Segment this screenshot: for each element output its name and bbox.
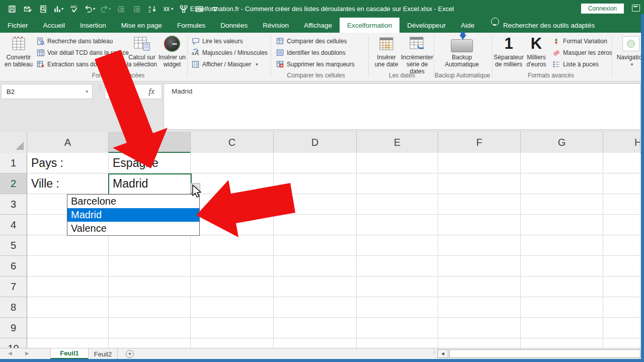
- majuscules-minuscules-button[interactable]: aA Majuscules / Minuscules: [191, 49, 268, 57]
- row-header-6[interactable]: 6: [0, 256, 27, 277]
- masquer-les-zeros-button[interactable]: Masquer les zéros: [552, 49, 612, 57]
- formula-input[interactable]: Madrid: [164, 83, 640, 130]
- row-header-4[interactable]: 4: [0, 215, 27, 235]
- dropdown-item-barcelone[interactable]: Barcelone: [67, 195, 199, 208]
- svg-text:ABC: ABC: [70, 5, 77, 9]
- excel-window: ▾ ABC ▾ ▾ AZ ▾ Excelformation.fr - Comme…: [0, 0, 644, 362]
- cell-A1[interactable]: Pays :: [27, 153, 109, 173]
- column-header-A[interactable]: A: [27, 132, 109, 153]
- insert-function-box[interactable]: fx: [105, 84, 162, 99]
- email-check-icon[interactable]: [21, 3, 34, 15]
- up-down-triangles-icon: ▲▼: [552, 37, 560, 45]
- row-header-1[interactable]: 1: [0, 153, 27, 173]
- row-header-5[interactable]: 5: [0, 235, 27, 256]
- inserer-widget-button[interactable]: Insérer un widget: [158, 34, 186, 79]
- checklist-icon: [191, 60, 200, 68]
- hscroll-left-arrow[interactable]: ◀: [437, 349, 448, 358]
- sheet-tab-feuil1[interactable]: Feuil1: [50, 348, 89, 359]
- column-header-D[interactable]: D: [274, 132, 357, 153]
- ribbon-tab-bar: Fichier Accueil Insertion Mise en page F…: [0, 18, 644, 33]
- tab-insertion[interactable]: Insertion: [72, 18, 114, 33]
- decrease-indent-icon[interactable]: [114, 3, 128, 15]
- increase-indent-icon[interactable]: [130, 3, 143, 15]
- column-header-G[interactable]: G: [521, 132, 603, 153]
- comparer-des-cellules-button[interactable]: ? Comparer des cellules: [276, 37, 347, 45]
- form-icon[interactable]: [192, 3, 206, 15]
- separator-dots: ⋮: [98, 86, 103, 88]
- tab-fichier[interactable]: Fichier: [0, 18, 36, 33]
- spellcheck-icon[interactable]: ABC: [67, 3, 81, 15]
- format-variation-button[interactable]: ▲▼ Format Variation: [552, 37, 607, 45]
- diagram-icon[interactable]: [177, 3, 190, 15]
- convertir-en-tableau-button[interactable]: Convertir en tableau: [3, 34, 34, 79]
- row-header-9[interactable]: 9: [0, 318, 27, 338]
- row-header-7[interactable]: 7: [0, 277, 27, 297]
- afficher-masquer-button[interactable]: Afficher / Masquer ▾: [191, 60, 258, 68]
- tab-accueil[interactable]: Accueil: [36, 18, 73, 33]
- cell-B1[interactable]: Espagne: [109, 153, 191, 173]
- lire-les-valeurs-button[interactable]: Lire les valeurs: [191, 37, 243, 45]
- speech-bubble-icon: [191, 37, 200, 45]
- row-header-2[interactable]: 2: [0, 173, 27, 194]
- column-header-H[interactable]: H: [603, 132, 640, 153]
- name-box-caret-icon[interactable]: ▾: [86, 89, 88, 94]
- tab-donnees[interactable]: Données: [213, 18, 255, 33]
- chevron-down-icon: ▾: [631, 61, 633, 68]
- navigation-button[interactable]: Navigation ▾: [616, 34, 644, 79]
- column-header-B[interactable]: B: [109, 132, 191, 153]
- save-icon[interactable]: [5, 3, 19, 15]
- tab-excelformation[interactable]: Excelformation: [340, 18, 399, 33]
- tab-developpeur[interactable]: Développeur: [399, 18, 453, 33]
- column-header-E[interactable]: E: [357, 132, 438, 153]
- cell-A2[interactable]: Ville :: [27, 173, 109, 194]
- tab-aide[interactable]: Aide: [453, 18, 482, 33]
- title-bar: ▾ ABC ▾ ▾ AZ ▾ Excelformation.fr - Comme…: [0, 0, 644, 18]
- sort-az-icon[interactable]: AZ: [145, 3, 159, 15]
- column-header-F[interactable]: F: [438, 132, 521, 153]
- hscroll-thumb[interactable]: [449, 349, 640, 358]
- extraction-sans-doublons-button[interactable]: Extraction sans doublons: [36, 60, 115, 68]
- chart-icon[interactable]: ▾: [52, 3, 65, 15]
- row-header-10[interactable]: 10: [0, 338, 27, 348]
- tab-formules[interactable]: Formules: [170, 18, 213, 33]
- chevron-down-icon: ▾: [256, 62, 258, 67]
- row-header-3[interactable]: 3: [0, 194, 27, 215]
- svg-text:?: ?: [280, 40, 282, 44]
- sheet-nav-left-icon[interactable]: ◀: [8, 350, 12, 356]
- sheet-tab-feuil2[interactable]: Feuil2: [89, 348, 118, 359]
- name-box[interactable]: B2 ▾: [1, 84, 93, 99]
- voir-detail-tcd-button[interactable]: Voir détail TCD dans la source: [36, 49, 129, 57]
- fx-icon[interactable]: fx: [148, 87, 154, 96]
- identifier-les-doublons-button[interactable]: Identifier les doublons: [276, 49, 346, 57]
- tab-revision[interactable]: Révision: [255, 18, 296, 33]
- redo-icon[interactable]: ▾: [99, 3, 112, 15]
- right-blue-strip: [641, 14, 644, 362]
- svg-text:Z: Z: [148, 9, 151, 13]
- liste-a-puces-button[interactable]: Liste à puces: [552, 60, 599, 68]
- change-case-icon: aA: [191, 49, 200, 57]
- dropdown-item-madrid[interactable]: Madrid: [67, 208, 199, 222]
- recherche-dans-tableau-button[interactable]: Recherche dans tableau: [36, 37, 113, 45]
- data-validation-dropdown-button[interactable]: ▼: [191, 183, 200, 193]
- customize-qat-icon[interactable]: [208, 3, 221, 15]
- selection-border-B2: [108, 173, 192, 195]
- tell-me-search[interactable]: Rechercher des outils adaptés: [503, 18, 602, 33]
- row-header-8[interactable]: 8: [0, 297, 27, 318]
- dropdown-item-valence[interactable]: Valence: [67, 222, 199, 235]
- pivot-table-icon: [36, 49, 45, 57]
- new-sheet-button[interactable]: +: [126, 350, 134, 358]
- bullet-list-icon: [552, 60, 560, 68]
- sheet-nav-right-icon[interactable]: ▶: [25, 350, 29, 356]
- supprimer-les-marqueurs-button[interactable]: Supprimer les marqueurs: [276, 60, 355, 68]
- select-all-button[interactable]: [0, 132, 27, 153]
- table-icon: [11, 34, 27, 54]
- column-header-C[interactable]: C: [191, 132, 274, 153]
- undo-icon[interactable]: ▾: [83, 3, 97, 15]
- double-strike-icon[interactable]: ▾: [161, 3, 175, 15]
- print-preview-icon[interactable]: [36, 3, 50, 15]
- tab-mise-en-page[interactable]: Mise en page: [114, 18, 170, 33]
- formula-bar-area: B2 ▾ ⋮ fx Madrid: [0, 81, 644, 132]
- tab-affichage[interactable]: Affichage: [296, 18, 340, 33]
- connexion-button[interactable]: Connexion: [581, 4, 624, 14]
- ribbon-display-options-icon[interactable]: [632, 5, 640, 12]
